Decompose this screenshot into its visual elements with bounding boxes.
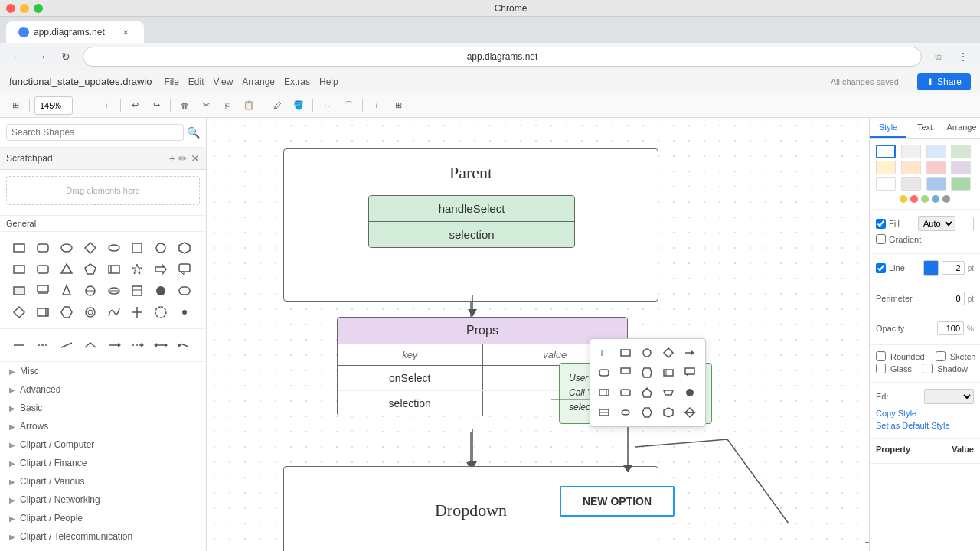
- category-misc[interactable]: ▶ Misc: [0, 362, 206, 380]
- parent-box[interactable]: Parent handleSelect selection: [283, 148, 658, 302]
- menu-arrange[interactable]: Arrange: [242, 77, 275, 87]
- menu-edit[interactable]: Edit: [188, 77, 204, 87]
- swatch-light-gray[interactable]: [901, 145, 921, 158]
- category-clipart-networking[interactable]: ▶ Clipart / Networking: [0, 491, 206, 509]
- shape-9[interactable]: [151, 281, 171, 301]
- menu-help[interactable]: Help: [319, 77, 338, 87]
- waypoint-button[interactable]: ⌒: [339, 96, 358, 115]
- search-icon[interactable]: 🔍: [187, 126, 200, 139]
- delete-button[interactable]: 🗑: [175, 96, 194, 115]
- sp-r3-1[interactable]: [595, 383, 613, 402]
- back-button[interactable]: ←: [6, 46, 28, 67]
- dot-green[interactable]: [921, 195, 929, 203]
- shape-oval[interactable]: [104, 238, 124, 258]
- sp-r2-2[interactable]: [616, 364, 635, 382]
- gradient-checkbox[interactable]: [876, 234, 886, 244]
- shape-11[interactable]: [9, 302, 29, 322]
- menu-view[interactable]: View: [214, 77, 234, 87]
- line-shape-8[interactable]: [175, 335, 194, 355]
- shape-ellipse[interactable]: [57, 238, 77, 258]
- shape-12[interactable]: [33, 302, 53, 322]
- shape-13[interactable]: [57, 302, 77, 322]
- shape-4[interactable]: [33, 281, 53, 301]
- shape-process[interactable]: [104, 259, 124, 279]
- layout-button[interactable]: ⊞: [389, 96, 407, 115]
- category-basic[interactable]: ▶ Basic: [0, 399, 206, 417]
- shapes-search-input[interactable]: [6, 124, 184, 141]
- zoom-in-button[interactable]: +: [97, 96, 116, 115]
- copy-button[interactable]: ⎘: [218, 96, 237, 115]
- shape-5[interactable]: [57, 281, 77, 301]
- tab-text[interactable]: Text: [906, 118, 943, 138]
- sp-r3-4[interactable]: [659, 383, 678, 402]
- shadow-checkbox[interactable]: [923, 364, 933, 373]
- redo-button[interactable]: ↪: [147, 96, 165, 115]
- new-option-box[interactable]: NEW OPTION: [560, 486, 675, 517]
- fill-checkbox[interactable]: [876, 219, 886, 229]
- canvas-area[interactable]: Parent handleSelect selection Props key …: [207, 118, 869, 551]
- shape-18[interactable]: [175, 302, 194, 322]
- close-button[interactable]: [6, 4, 15, 13]
- shape-callout[interactable]: [175, 259, 194, 279]
- line-shape-2[interactable]: [33, 335, 53, 355]
- set-default-link[interactable]: Set as Default Style: [876, 419, 974, 432]
- tab-arrange[interactable]: Arrange: [943, 118, 980, 138]
- line-shape-1[interactable]: [9, 335, 29, 355]
- shape-pentagon[interactable]: [80, 259, 100, 279]
- shape-16[interactable]: [127, 302, 147, 322]
- category-clipart-computer[interactable]: ▶ Clipart / Computer: [0, 435, 206, 454]
- sp-r2-4[interactable]: [659, 364, 678, 382]
- swatch-light-red[interactable]: [926, 161, 946, 174]
- category-arrows[interactable]: ▶ Arrows: [0, 417, 206, 435]
- bookmark-button[interactable]: ☆: [928, 46, 949, 67]
- dot-yellow[interactable]: [900, 195, 907, 203]
- minimize-button[interactable]: [20, 4, 29, 13]
- shape-rectangle[interactable]: [9, 238, 29, 258]
- line-color-preview[interactable]: [923, 260, 939, 276]
- sp-r2-3[interactable]: [638, 364, 656, 382]
- copy-style-link[interactable]: Copy Style: [876, 407, 974, 419]
- shape-triangle[interactable]: [57, 259, 77, 279]
- shape-17[interactable]: [151, 302, 171, 322]
- swatch-light-orange[interactable]: [901, 161, 921, 174]
- menu-extras[interactable]: Extras: [284, 77, 310, 87]
- sp-circle[interactable]: [638, 344, 656, 362]
- swatch-gray[interactable]: [901, 177, 921, 191]
- sp-r3-2[interactable]: [616, 383, 635, 402]
- category-advanced[interactable]: ▶ Advanced: [0, 380, 206, 399]
- swatch-white-2[interactable]: [876, 177, 896, 191]
- edit-select[interactable]: [924, 389, 974, 404]
- connection-button[interactable]: ↔: [318, 96, 336, 115]
- shape-7[interactable]: [104, 281, 124, 301]
- sp-r4-4[interactable]: [659, 403, 678, 422]
- swatch-light-yellow[interactable]: [876, 161, 896, 174]
- parent-state-box[interactable]: handleSelect selection: [368, 195, 575, 248]
- cut-button[interactable]: ✂: [197, 96, 215, 115]
- shape-circle[interactable]: [151, 238, 171, 258]
- sp-r3-3[interactable]: [638, 383, 656, 402]
- shape-hexagon[interactable]: [175, 238, 194, 258]
- tab-style[interactable]: Style: [870, 118, 906, 138]
- sp-text[interactable]: T: [595, 344, 613, 362]
- undo-button[interactable]: ↩: [126, 96, 144, 115]
- fill-select[interactable]: Auto: [918, 216, 956, 231]
- shape-rounded2[interactable]: [33, 259, 53, 279]
- shape-picker-popup[interactable]: T: [590, 338, 706, 427]
- scratchpad-close-icon[interactable]: ✕: [191, 152, 200, 165]
- sp-diamond[interactable]: [659, 344, 678, 362]
- shape-square[interactable]: [127, 238, 147, 258]
- line-shape-7[interactable]: [151, 335, 171, 355]
- line-checkbox[interactable]: [876, 263, 886, 273]
- swatch-light-blue[interactable]: [926, 145, 946, 158]
- shape-arrow-right[interactable]: [151, 259, 171, 279]
- line-shape-5[interactable]: [104, 335, 124, 355]
- maximize-button[interactable]: [34, 4, 43, 13]
- sketch-checkbox[interactable]: [936, 351, 946, 361]
- sp-r4-5[interactable]: [681, 403, 699, 422]
- shape-14[interactable]: [80, 302, 100, 322]
- shape-10[interactable]: [175, 281, 194, 301]
- swatch-light-purple[interactable]: [951, 161, 971, 174]
- zoom-out-button[interactable]: −: [76, 96, 94, 115]
- category-clipart-finance[interactable]: ▶ Clipart / Finance: [0, 454, 206, 472]
- menu-file[interactable]: File: [164, 77, 178, 87]
